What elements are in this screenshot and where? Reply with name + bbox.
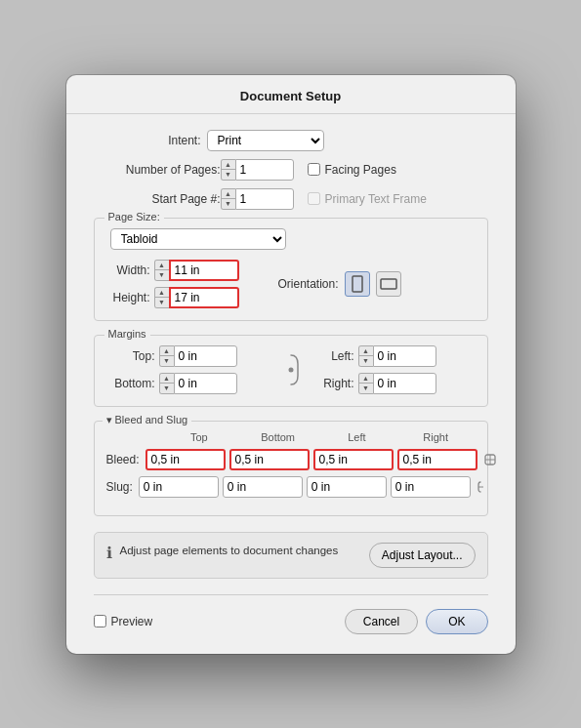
- width-stepper: ▲ ▼: [154, 260, 239, 281]
- slug-right-input[interactable]: [391, 476, 471, 498]
- bleed-slug-label: Bleed and Slug: [115, 414, 188, 425]
- left-margin-input[interactable]: [373, 345, 436, 367]
- height-stepper-up[interactable]: ▲: [155, 288, 169, 299]
- width-height-group: Width: ▲ ▼ Height:: [106, 260, 239, 308]
- bottom-margin-up[interactable]: ▲: [160, 374, 174, 384]
- intent-row: Intent: Print: [94, 130, 488, 151]
- primary-text-frame-label[interactable]: Primary Text Frame: [308, 192, 427, 206]
- ok-button[interactable]: OK: [426, 609, 487, 634]
- info-icon: ℹ: [106, 544, 112, 562]
- primary-text-frame-checkbox: [308, 192, 320, 205]
- slug-bottom-input[interactable]: [223, 476, 303, 498]
- svg-rect-0: [353, 276, 362, 292]
- preview-checkbox[interactable]: [94, 615, 106, 627]
- left-margin-up[interactable]: ▲: [359, 346, 373, 357]
- facing-pages-text: Facing Pages: [325, 163, 396, 177]
- top-margin-label: Top:: [106, 349, 155, 363]
- info-row: ℹ Adjust page elements to document chang…: [94, 532, 488, 579]
- number-of-pages-input[interactable]: [235, 159, 294, 181]
- bottom-bar: Preview Cancel OK: [66, 609, 516, 634]
- top-margin-down[interactable]: ▼: [160, 356, 174, 366]
- page-size-section: Page Size: Tabloid Width: ▲ ▼: [94, 218, 488, 321]
- right-margin-down[interactable]: ▼: [359, 384, 373, 393]
- orientation-label: Orientation:: [278, 277, 339, 291]
- width-stepper-arrows: ▲ ▼: [154, 260, 169, 281]
- document-setup-dialog: Document Setup Intent: Print Number of P…: [66, 75, 516, 654]
- portrait-button[interactable]: [345, 271, 370, 297]
- bleed-header-row: Top Bottom Left Right: [106, 431, 476, 443]
- intent-select[interactable]: Print: [207, 130, 324, 151]
- height-input[interactable]: [169, 287, 239, 308]
- facing-pages-label[interactable]: Facing Pages: [308, 163, 396, 177]
- top-margin-up[interactable]: ▲: [160, 346, 174, 357]
- width-stepper-up[interactable]: ▲: [155, 261, 169, 271]
- bottom-margin-arrows: ▲ ▼: [159, 373, 174, 394]
- bleed-col-left: Left: [317, 431, 396, 443]
- bleed-top-input[interactable]: [145, 449, 226, 470]
- height-label: Height:: [106, 291, 150, 304]
- start-page-row: Start Page #: ▲ ▼ Primary Text Frame: [94, 188, 488, 210]
- facing-pages-checkbox[interactable]: [308, 163, 320, 176]
- top-margin-input[interactable]: [174, 345, 237, 367]
- pages-row: Number of Pages: ▲ ▼ Facing Pages: [94, 159, 488, 181]
- bleed-row-label: Bleed:: [106, 453, 145, 466]
- top-margin-arrows: ▲ ▼: [159, 345, 174, 367]
- bleed-slug-toggle[interactable]: ▾ Bleed and Slug: [103, 414, 192, 426]
- info-text: Adjust page elements to document changes: [120, 543, 361, 558]
- right-margin-item: Right: ▲ ▼: [306, 373, 476, 394]
- slug-left-input[interactable]: [307, 476, 387, 498]
- width-label: Width:: [106, 263, 150, 277]
- width-input[interactable]: [169, 260, 239, 281]
- start-stepper-up[interactable]: ▲: [222, 189, 235, 200]
- margins-right-col: Left: ▲ ▼ Right: ▲: [306, 345, 476, 394]
- bottom-margin-label: Bottom:: [106, 377, 155, 390]
- bleed-link-icon[interactable]: [481, 452, 499, 467]
- bleed-collapse-arrow: ▾: [106, 414, 112, 426]
- height-stepper: ▲ ▼: [154, 287, 239, 308]
- left-margin-down[interactable]: ▼: [359, 356, 373, 366]
- width-stepper-down[interactable]: ▼: [155, 270, 169, 280]
- margins-grid: Top: ▲ ▼ Bottom: ▲: [106, 345, 476, 394]
- start-stepper-arrows: ▲ ▼: [221, 188, 235, 210]
- bottom-margin-down[interactable]: ▼: [160, 384, 174, 393]
- pages-stepper-down[interactable]: ▼: [222, 170, 235, 180]
- number-of-pages-stepper: ▲ ▼: [221, 159, 294, 181]
- margins-left-col: Top: ▲ ▼ Bottom: ▲: [106, 345, 276, 394]
- cancel-button[interactable]: Cancel: [345, 609, 418, 634]
- start-stepper-down[interactable]: ▼: [222, 199, 235, 209]
- page-size-select[interactable]: Tabloid: [110, 228, 286, 250]
- bleed-col-top: Top: [160, 431, 239, 443]
- landscape-button[interactable]: [376, 271, 401, 297]
- right-margin-label: Right:: [306, 377, 354, 390]
- margins-section: Margins Top: ▲ ▼: [94, 335, 488, 407]
- top-margin-item: Top: ▲ ▼: [106, 345, 276, 367]
- bleed-inputs: [145, 449, 499, 470]
- primary-text-frame-text: Primary Text Frame: [325, 192, 427, 206]
- slug-inputs: [139, 476, 492, 498]
- height-item: Height: ▲ ▼: [106, 287, 239, 308]
- bleed-col-bottom: Bottom: [238, 431, 317, 443]
- start-page-input[interactable]: [235, 188, 294, 210]
- height-stepper-arrows: ▲ ▼: [154, 287, 169, 308]
- height-stepper-down[interactable]: ▼: [155, 298, 169, 307]
- bottom-margin-stepper: ▲ ▼: [159, 373, 237, 394]
- right-margin-up[interactable]: ▲: [359, 374, 373, 384]
- slug-row: Slug:: [106, 476, 476, 498]
- bleed-row: Bleed:: [106, 449, 476, 470]
- adjust-layout-button[interactable]: Adjust Layout...: [369, 543, 476, 568]
- bleed-left-input[interactable]: [313, 449, 394, 470]
- margin-link-icon[interactable]: [282, 350, 300, 389]
- slug-link-icon[interactable]: [475, 479, 492, 495]
- svg-point-2: [288, 367, 293, 372]
- slug-top-input[interactable]: [139, 476, 219, 498]
- pages-stepper-arrows: ▲ ▼: [221, 159, 235, 181]
- preview-label[interactable]: Preview: [94, 615, 153, 628]
- bleed-right-input[interactable]: [397, 449, 477, 470]
- right-margin-input[interactable]: [373, 373, 436, 394]
- left-margin-label: Left:: [306, 349, 354, 363]
- left-margin-arrows: ▲ ▼: [358, 345, 373, 367]
- slug-row-label: Slug:: [106, 480, 139, 494]
- bleed-bottom-input[interactable]: [229, 449, 310, 470]
- pages-stepper-up[interactable]: ▲: [222, 160, 235, 171]
- bottom-margin-input[interactable]: [174, 373, 237, 394]
